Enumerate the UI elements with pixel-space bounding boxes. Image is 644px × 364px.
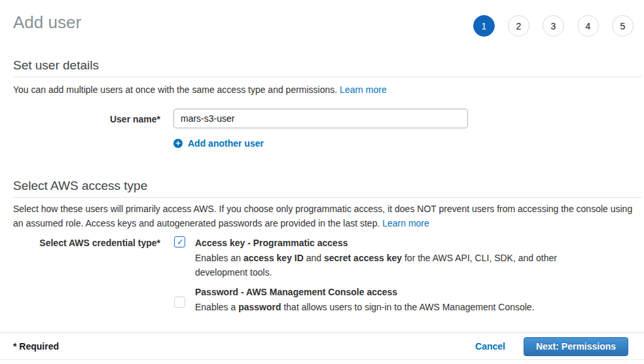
text-part: Enables an: [195, 253, 243, 263]
next-permissions-button[interactable]: Next: Permissions: [524, 337, 628, 356]
add-user-wizard-page: Add user 12345 Set user details You can …: [0, 0, 644, 364]
text-part: password: [238, 302, 281, 312]
step-5: 5: [612, 15, 634, 37]
cancel-button[interactable]: Cancel: [475, 341, 505, 352]
text-part: Select how these users will primarily ac…: [13, 204, 632, 228]
wizard-footer: * Required Cancel Next: Permissions: [0, 333, 644, 359]
step-2: 2: [508, 15, 529, 37]
step-3: 3: [543, 15, 564, 37]
option-title-console: Password - AWS Management Console access: [195, 286, 397, 298]
text-part: access key ID: [243, 253, 304, 263]
plus-circle-icon: [173, 139, 183, 148]
page-bottom-divider: [0, 359, 644, 360]
step-1: 1: [473, 15, 495, 37]
learn-more-link[interactable]: Learn more: [340, 84, 387, 95]
text-part: that allows users to sign-in to the AWS …: [281, 302, 535, 312]
credential-type-label: Select AWS credential type*: [0, 238, 160, 248]
access-type-intro: Select how these users will primarily ac…: [13, 202, 634, 230]
add-another-user-link[interactable]: Add another user: [173, 138, 264, 149]
username-input[interactable]: [173, 109, 468, 128]
text-part: secret access key: [324, 253, 402, 263]
checkbox-console-access[interactable]: [174, 297, 185, 308]
text-part: Enables a: [195, 302, 238, 312]
section-heading-access-type: Select AWS access type: [13, 178, 147, 194]
learn-more-link[interactable]: Learn more: [382, 218, 429, 228]
step-indicator: 12345: [473, 15, 634, 37]
section-divider: [13, 77, 641, 77]
text-part: and: [304, 253, 324, 263]
page-title: Add user: [13, 12, 81, 33]
checkbox-programmatic-access[interactable]: [174, 236, 185, 247]
section-heading-user-details: Set user details: [13, 58, 99, 73]
option-title-programmatic: Access key - Programmatic access: [195, 237, 348, 249]
username-label: User name*: [0, 114, 160, 124]
option-desc-console: Enables a password that allows users to …: [195, 300, 601, 314]
option-desc-programmatic: Enables an access key ID and secret acce…: [195, 251, 562, 280]
user-details-intro: You can add multiple users at once with …: [13, 82, 634, 97]
required-note: * Required: [13, 341, 59, 352]
add-another-user-label: Add another user: [188, 138, 264, 149]
step-4: 4: [577, 15, 599, 37]
section-divider: [13, 197, 641, 198]
text-part: You can add multiple users at once with …: [13, 84, 340, 95]
